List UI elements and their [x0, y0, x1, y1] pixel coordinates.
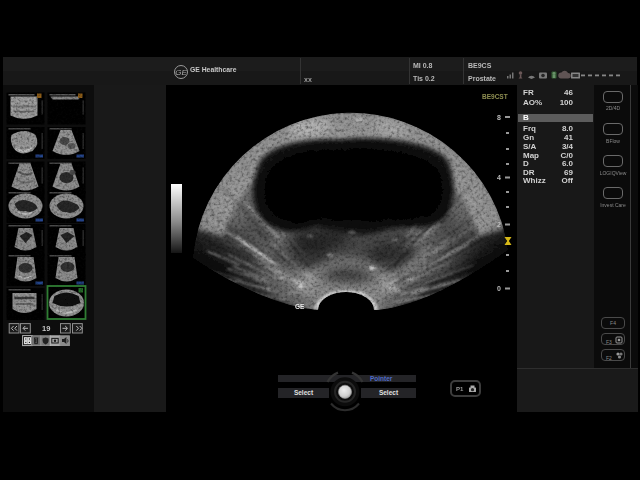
svg-text:BE9CST: BE9CST: [482, 93, 508, 100]
svg-text:2: 2: [497, 221, 501, 228]
svg-text:4: 4: [497, 174, 501, 181]
svg-text:GE: GE: [175, 68, 187, 77]
svg-text:GE: GE: [295, 303, 305, 310]
svg-text:8: 8: [497, 114, 501, 121]
svg-text:0: 0: [497, 285, 501, 292]
